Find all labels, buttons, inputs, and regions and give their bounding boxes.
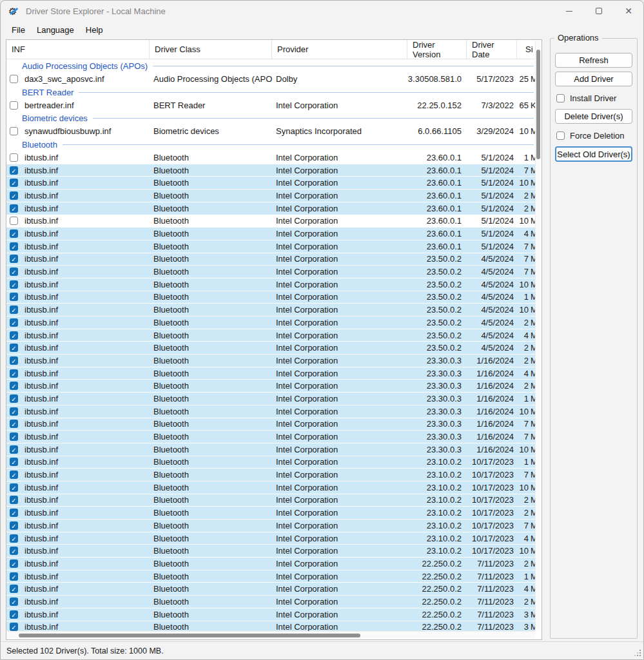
row-checkbox[interactable]: ✓ [10, 306, 18, 314]
row-checkbox[interactable]: ✓ [10, 267, 18, 276]
table-row[interactable]: ✓ibtusb.infBluetoothIntel Corporation23.… [6, 393, 535, 405]
row-checkbox[interactable]: ✓ [10, 471, 18, 479]
row-checkbox[interactable] [10, 127, 18, 135]
select-old-drivers-button[interactable]: Select Old Driver(s) [555, 146, 632, 162]
minimize-icon[interactable] [554, 1, 584, 21]
column-header-driver-version[interactable]: Driver Version [407, 40, 467, 59]
table-row[interactable]: ✓ibtusb.infBluetoothIntel Corporation23.… [6, 240, 535, 253]
menu-help[interactable]: Help [80, 23, 109, 37]
row-checkbox[interactable]: ✓ [10, 331, 18, 340]
row-checkbox[interactable] [10, 101, 18, 110]
table-row[interactable]: ✓ibtusb.infBluetoothIntel Corporation23.… [6, 228, 535, 240]
table-row[interactable]: ✓ibtusb.infBluetoothIntel Corporation23.… [6, 456, 535, 469]
row-checkbox[interactable]: ✓ [10, 229, 18, 238]
row-checkbox[interactable]: ✓ [10, 280, 18, 289]
row-checkbox[interactable]: ✓ [10, 293, 18, 301]
table-row[interactable]: ✓ibtusb.infBluetoothIntel Corporation23.… [6, 266, 535, 278]
table-row[interactable]: ✓ibtusb.infBluetoothIntel Corporation23.… [6, 253, 535, 266]
row-checkbox[interactable]: ✓ [10, 483, 18, 492]
refresh-button[interactable]: Refresh [555, 53, 632, 68]
row-checkbox[interactable]: ✓ [10, 191, 18, 200]
row-checkbox[interactable]: ✓ [10, 318, 18, 327]
table-row[interactable]: dax3_swc_aposvc.infAudio Processing Obje… [6, 73, 535, 86]
table-row[interactable]: ✓ibtusb.infBluetoothIntel Corporation23.… [6, 316, 535, 329]
table-row[interactable]: ✓ibtusb.infBluetoothIntel Corporation23.… [6, 481, 535, 494]
row-checkbox[interactable] [10, 153, 18, 162]
row-checkbox[interactable] [10, 75, 18, 83]
row-checkbox[interactable]: ✓ [10, 610, 18, 619]
row-checkbox[interactable]: ✓ [10, 509, 18, 517]
delete-drivers-button[interactable]: Delete Driver(s) [555, 109, 632, 124]
table-row[interactable]: ✓ibtusb.infBluetoothIntel Corporation23.… [6, 405, 535, 418]
row-checkbox[interactable]: ✓ [10, 356, 18, 365]
table-row[interactable]: ✓ibtusb.infBluetoothIntel Corporation23.… [6, 304, 535, 316]
table-row[interactable]: ✓ibtusb.infBluetoothIntel Corporation23.… [6, 545, 535, 558]
row-checkbox[interactable]: ✓ [10, 179, 18, 187]
row-checkbox[interactable]: ✓ [10, 166, 18, 175]
row-checkbox[interactable]: ✓ [10, 458, 18, 466]
table-row[interactable]: ✓ibtusb.infBluetoothIntel Corporation23.… [6, 443, 535, 456]
table-row[interactable]: ✓ibtusb.infBluetoothIntel Corporation23.… [6, 342, 535, 354]
row-checkbox[interactable]: ✓ [10, 559, 18, 568]
table-row[interactable]: ✓ibtusb.infBluetoothIntel Corporation23.… [6, 177, 535, 189]
row-checkbox[interactable]: ✓ [10, 445, 18, 454]
row-checkbox[interactable]: ✓ [10, 496, 18, 504]
force-deletion-checkbox[interactable]: Force Deletion [556, 131, 632, 141]
row-checkbox[interactable] [10, 217, 18, 225]
vertical-scrollbar[interactable] [535, 41, 541, 631]
table-row[interactable]: ✓ibtusb.infBluetoothIntel Corporation23.… [6, 469, 535, 481]
row-checkbox[interactable]: ✓ [10, 255, 18, 263]
horizontal-scrollbar-thumb[interactable] [19, 634, 360, 637]
horizontal-scrollbar[interactable] [7, 631, 535, 639]
row-checkbox[interactable]: ✓ [10, 585, 18, 593]
column-header-size[interactable]: Size [517, 40, 535, 59]
table-row[interactable]: ✓ibtusb.infBluetoothIntel Corporation23.… [6, 431, 535, 443]
table-row[interactable]: ✓ibtusb.infBluetoothIntel Corporation23.… [6, 507, 535, 519]
table-row[interactable]: ✓ibtusb.infBluetoothIntel Corporation23.… [6, 189, 535, 202]
row-checkbox[interactable]: ✓ [10, 623, 18, 631]
row-checkbox[interactable]: ✓ [10, 344, 18, 352]
table-row[interactable]: ✓ibtusb.infBluetoothIntel Corporation22.… [6, 596, 535, 608]
table-row[interactable]: ibtusb.infBluetoothIntel Corporation23.6… [6, 215, 535, 228]
table-row[interactable]: synawudfbiousbuwp.infBiometric devicesSy… [6, 125, 535, 138]
row-checkbox[interactable]: ✓ [10, 572, 18, 581]
row-checkbox[interactable]: ✓ [10, 382, 18, 390]
column-header-provider[interactable]: Provider [272, 40, 407, 59]
vertical-scrollbar-thumb[interactable] [536, 50, 540, 159]
column-header-driver-date[interactable]: Driver Date [467, 40, 517, 59]
table-row[interactable]: ✓ibtusb.infBluetoothIntel Corporation22.… [6, 583, 535, 596]
table-row[interactable]: ✓ibtusb.infBluetoothIntel Corporation22.… [6, 621, 535, 632]
resize-grip-icon[interactable] [634, 650, 641, 657]
table-row[interactable]: ✓ibtusb.infBluetoothIntel Corporation23.… [6, 367, 535, 380]
row-checkbox[interactable]: ✓ [10, 369, 18, 378]
table-row[interactable]: ibtusb.infBluetoothIntel Corporation23.6… [6, 151, 535, 164]
table-row[interactable]: ✓ibtusb.infBluetoothIntel Corporation23.… [6, 354, 535, 367]
table-row[interactable]: ✓ibtusb.infBluetoothIntel Corporation23.… [6, 532, 535, 545]
table-row[interactable]: ✓ibtusb.infBluetoothIntel Corporation23.… [6, 519, 535, 532]
row-checkbox[interactable]: ✓ [10, 521, 18, 530]
table-row[interactable]: ✓ibtusb.infBluetoothIntel Corporation22.… [6, 558, 535, 570]
row-checkbox[interactable]: ✓ [10, 242, 18, 251]
row-checkbox[interactable]: ✓ [10, 204, 18, 213]
table-row[interactable]: ✓ibtusb.infBluetoothIntel Corporation23.… [6, 380, 535, 393]
table-row[interactable]: ✓ibtusb.infBluetoothIntel Corporation23.… [6, 202, 535, 215]
column-header-driver-class[interactable]: Driver Class ˆ [150, 40, 272, 59]
table-row[interactable]: ✓ibtusb.infBluetoothIntel Corporation22.… [6, 608, 535, 621]
install-driver-checkbox[interactable]: Install Driver [556, 93, 632, 103]
close-icon[interactable]: ✕ [614, 1, 643, 21]
menu-file[interactable]: File [6, 23, 31, 37]
column-header-inf[interactable]: INF [6, 40, 150, 59]
row-checkbox[interactable]: ✓ [10, 394, 18, 403]
table-row[interactable]: ✓ibtusb.infBluetoothIntel Corporation22.… [6, 570, 535, 583]
row-checkbox[interactable]: ✓ [10, 597, 18, 606]
menu-language[interactable]: Language [31, 23, 80, 37]
add-driver-button[interactable]: Add Driver [555, 72, 632, 86]
row-checkbox[interactable]: ✓ [10, 534, 18, 543]
row-checkbox[interactable]: ✓ [10, 547, 18, 555]
table-row[interactable]: ✓ibtusb.infBluetoothIntel Corporation23.… [6, 329, 535, 342]
table-row[interactable]: ✓ibtusb.infBluetoothIntel Corporation23.… [6, 291, 535, 304]
table-row[interactable]: ✓ibtusb.infBluetoothIntel Corporation23.… [6, 164, 535, 177]
maximize-icon[interactable] [584, 1, 614, 21]
table-row[interactable]: ✓ibtusb.infBluetoothIntel Corporation23.… [6, 278, 535, 291]
row-checkbox[interactable]: ✓ [10, 407, 18, 416]
